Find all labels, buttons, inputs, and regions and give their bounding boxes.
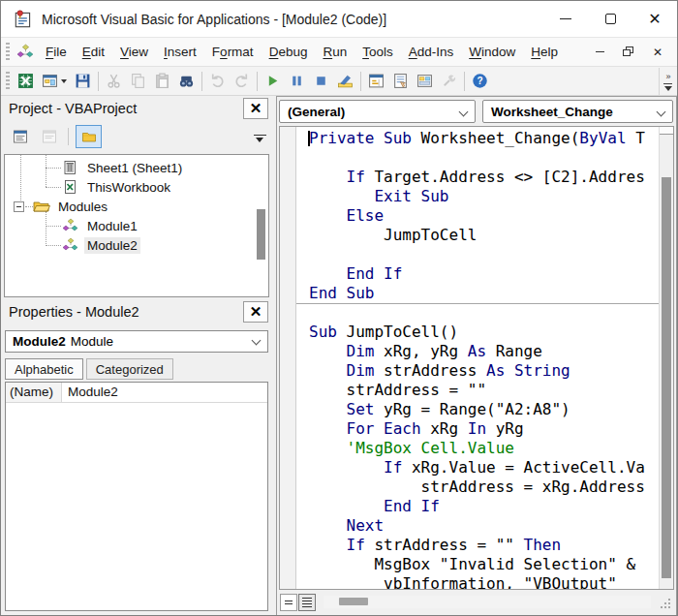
menu-file[interactable]: File bbox=[38, 41, 75, 63]
svg-text:?: ? bbox=[477, 76, 482, 86]
redo-button[interactable] bbox=[230, 70, 254, 93]
insert-userform-button[interactable] bbox=[38, 70, 71, 93]
design-mode-icon bbox=[337, 73, 354, 89]
close-icon: ✕ bbox=[250, 303, 262, 321]
properties-panel-header: Properties - Module2 ✕ bbox=[1, 299, 272, 324]
view-object-button[interactable] bbox=[37, 125, 61, 148]
tree-item-module1[interactable]: Module1 bbox=[6, 217, 255, 234]
close-button[interactable]: ✕ bbox=[632, 1, 677, 37]
procedure-view-button[interactable] bbox=[280, 594, 297, 611]
object-browser-button[interactable] bbox=[413, 70, 437, 93]
break-button[interactable] bbox=[285, 70, 309, 93]
code-line: Private Sub Worksheet_Change(ByVal T bbox=[296, 129, 659, 148]
dropdown-arrow-icon bbox=[664, 86, 672, 91]
tree-scrollbar-thumb[interactable] bbox=[257, 209, 265, 260]
toolbar-options-button[interactable]: » bbox=[659, 68, 676, 95]
vertical-scrollbar-thumb[interactable] bbox=[662, 177, 671, 578]
code-margin-indicator-bar[interactable] bbox=[280, 127, 296, 589]
help-button[interactable]: ? bbox=[468, 70, 492, 93]
cut-button[interactable] bbox=[102, 70, 126, 93]
project-toolbar-overflow-button[interactable] bbox=[254, 135, 266, 142]
project-explorer-button[interactable] bbox=[364, 70, 388, 93]
maximize-button[interactable] bbox=[588, 1, 632, 37]
view-microsoft-excel-icon bbox=[17, 73, 34, 89]
properties-panel-close-button[interactable]: ✕ bbox=[243, 301, 268, 323]
module-window-icon[interactable] bbox=[16, 44, 35, 60]
project-panel-close-button[interactable]: ✕ bbox=[243, 98, 268, 119]
full-module-view-button[interactable] bbox=[298, 594, 316, 611]
code-editor[interactable]: Private Sub Worksheet_Change(ByVal T If … bbox=[296, 127, 659, 589]
properties-window-icon bbox=[392, 73, 409, 89]
view-object-icon bbox=[41, 129, 58, 144]
undo-button[interactable] bbox=[205, 70, 230, 93]
view-microsoft-excel-button[interactable] bbox=[14, 70, 38, 93]
child-restore-button[interactable] bbox=[619, 45, 638, 60]
code-line bbox=[296, 303, 659, 323]
procedure-dropdown[interactable]: Worksheet_Change bbox=[482, 100, 673, 123]
run-sub-button[interactable] bbox=[261, 70, 285, 93]
selector-object-name: Module2 bbox=[13, 334, 66, 349]
child-close-button[interactable]: ✕ bbox=[648, 45, 667, 60]
toolbar-separator bbox=[464, 72, 465, 91]
code-line: MsgBox "Invalid Selection" & bbox=[296, 555, 659, 574]
property-value[interactable]: Module2 bbox=[62, 383, 267, 402]
minus-expander-icon[interactable] bbox=[14, 201, 24, 212]
copy-button[interactable] bbox=[126, 70, 150, 93]
toolbox-icon bbox=[441, 73, 457, 89]
split-handle[interactable] bbox=[660, 127, 673, 135]
minimize-button[interactable] bbox=[543, 1, 588, 37]
child-minimize-button[interactable] bbox=[590, 45, 609, 60]
code-editor-body: Private Sub Worksheet_Change(ByVal T If … bbox=[279, 126, 674, 590]
menu-run[interactable]: Run bbox=[315, 41, 354, 63]
workbook-icon bbox=[62, 179, 79, 195]
menu-view[interactable]: View bbox=[112, 41, 156, 63]
paste-button[interactable] bbox=[150, 70, 174, 93]
tree-item-thisworkbook[interactable]: ThisWorkbook bbox=[6, 178, 255, 196]
help-icon: ? bbox=[472, 73, 488, 89]
tree-item-sheet1-sheet1[interactable]: Sheet1 (Sheet1) bbox=[6, 159, 255, 176]
properties-panel: Properties - Module2 ✕ Module2Module Alp… bbox=[1, 299, 272, 616]
horizontal-scrollbar-thumb[interactable] bbox=[339, 598, 368, 605]
dropdown-arrow-icon[interactable] bbox=[61, 79, 67, 83]
tree-item-module2[interactable]: Module2 bbox=[6, 236, 255, 254]
toolbar-separator bbox=[98, 72, 99, 91]
save-button[interactable] bbox=[71, 70, 95, 93]
tab-categorized[interactable]: Categorized bbox=[86, 358, 173, 380]
resize-grip[interactable] bbox=[659, 597, 671, 609]
tab-alphabetic[interactable]: Alphabetic bbox=[5, 358, 83, 380]
reset-button[interactable] bbox=[309, 70, 333, 93]
object-browser-icon bbox=[416, 73, 433, 89]
object-dropdown[interactable]: (General) bbox=[279, 100, 476, 123]
redo-icon bbox=[233, 73, 250, 89]
toolbar-grip[interactable] bbox=[6, 72, 10, 91]
tree-item-modules[interactable]: Modules bbox=[6, 198, 255, 215]
property-row[interactable]: (Name)Module2 bbox=[6, 383, 267, 403]
menu-addins[interactable]: Add-Ins bbox=[401, 41, 462, 63]
close-icon: ✕ bbox=[648, 10, 661, 28]
code-line: Set yRg = Range("A2:A8") bbox=[296, 400, 659, 419]
view-code-button[interactable] bbox=[8, 125, 32, 148]
menubar-grip[interactable] bbox=[6, 43, 10, 62]
properties-window-button[interactable] bbox=[388, 70, 413, 93]
menu-help[interactable]: Help bbox=[523, 41, 566, 63]
module-icon bbox=[62, 218, 79, 233]
menu-debug[interactable]: Debug bbox=[262, 41, 316, 63]
object-selector-dropdown[interactable]: Module2Module bbox=[5, 330, 268, 353]
menu-edit[interactable]: Edit bbox=[75, 41, 112, 63]
toolbox-button[interactable] bbox=[437, 70, 461, 93]
menu-tools[interactable]: Tools bbox=[354, 41, 401, 63]
menu-window[interactable]: Window bbox=[461, 41, 523, 63]
design-mode-button[interactable] bbox=[333, 70, 357, 93]
tree-item-label: Module1 bbox=[84, 218, 140, 234]
tree-item-label: ThisWorkbook bbox=[84, 179, 173, 196]
horizontal-scrollbar[interactable] bbox=[324, 596, 651, 608]
window-title: Microsoft Visual Basic for Applications … bbox=[42, 12, 386, 27]
vertical-scrollbar[interactable] bbox=[659, 127, 673, 589]
menu-format[interactable]: Format bbox=[204, 41, 262, 63]
menu-insert[interactable]: Insert bbox=[156, 41, 204, 63]
toolbar-separator bbox=[68, 128, 69, 145]
find-icon bbox=[178, 73, 195, 89]
toggle-folders-button[interactable] bbox=[76, 125, 102, 148]
code-line bbox=[296, 245, 659, 264]
find-button[interactable] bbox=[174, 70, 199, 93]
